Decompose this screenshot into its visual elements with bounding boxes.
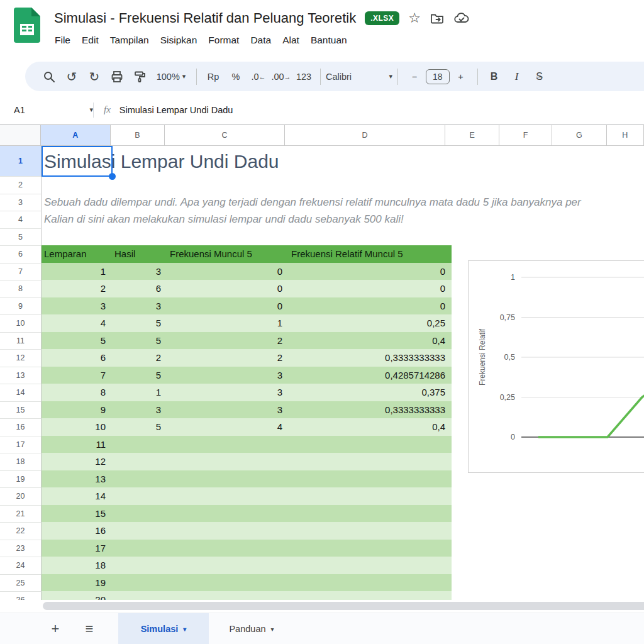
row-header-12[interactable]: 12 (0, 350, 41, 367)
table-cell[interactable]: 3 (167, 401, 289, 419)
table-cell[interactable] (167, 453, 289, 470)
table-cell[interactable] (167, 487, 289, 505)
row-header-3[interactable]: 3 (0, 194, 41, 212)
spreadsheet-grid[interactable]: LemparanHasilFrekuensi Muncul 5Frekuensi… (0, 146, 644, 600)
italic-button[interactable]: I (506, 65, 528, 88)
row-header-14[interactable]: 14 (0, 384, 41, 402)
table-header-row[interactable]: LemparanHasilFrekuensi Muncul 5Frekuensi… (42, 245, 452, 263)
menu-data[interactable]: Data (245, 31, 277, 49)
column-header-c[interactable]: C (165, 125, 284, 145)
table-cell[interactable]: 0 (289, 297, 452, 315)
table-cell[interactable]: 4 (167, 418, 289, 436)
table-cell[interactable]: 0,375 (289, 384, 452, 401)
table-cell[interactable] (167, 591, 289, 600)
table-row[interactable]: 14 (42, 487, 452, 505)
table-cell[interactable]: 5 (112, 367, 167, 384)
table-row[interactable]: 3300 (42, 297, 452, 315)
relative-frequency-chart[interactable]: 10,750,50,250Frekuensi Relatif (468, 260, 644, 473)
formula-input[interactable]: Simulasi Lempar Undi Dadu (119, 105, 233, 115)
row-header-11[interactable]: 11 (0, 333, 41, 350)
row-header-17[interactable]: 17 (0, 436, 41, 454)
table-cell[interactable]: 3 (112, 297, 167, 315)
table-row[interactable]: 1300 (42, 263, 452, 280)
add-sheet-button[interactable]: + (42, 613, 69, 644)
table-cell[interactable]: 7 (42, 367, 112, 384)
row-header-6[interactable]: 6 (0, 246, 41, 264)
table-cell[interactable]: 5 (112, 418, 167, 436)
row-header-13[interactable]: 13 (0, 367, 41, 385)
table-cell[interactable] (289, 522, 452, 540)
table-row[interactable]: 18 (42, 557, 452, 574)
table-cell[interactable] (112, 540, 167, 557)
table-cell[interactable]: 0,4 (289, 332, 452, 350)
table-cell[interactable]: 0,25 (289, 314, 452, 332)
table-cell[interactable] (289, 487, 452, 505)
table-row[interactable]: 2600 (42, 280, 452, 297)
table-cell[interactable] (112, 436, 167, 453)
menu-sisipkan[interactable]: Sisipkan (155, 31, 203, 49)
table-row[interactable]: 19 (42, 574, 452, 592)
row-header-1[interactable]: 1 (0, 146, 41, 177)
table-cell[interactable]: 0 (289, 263, 452, 280)
table-cell[interactable] (112, 522, 167, 540)
increase-font-size-button[interactable]: + (450, 65, 472, 88)
format-percent-button[interactable]: % (225, 65, 247, 88)
move-folder-icon[interactable] (430, 11, 445, 26)
menu-bantuan[interactable]: Bantuan (305, 31, 353, 49)
horizontal-scrollbar[interactable] (0, 600, 644, 613)
row-header-2[interactable]: 2 (0, 177, 41, 194)
table-header-cell[interactable]: Frekuensi Muncul 5 (167, 245, 289, 263)
row-header-19[interactable]: 19 (0, 471, 41, 489)
zoom-select[interactable]: 100%▾ (151, 65, 191, 88)
sheets-logo-icon[interactable] (14, 8, 40, 45)
scrollbar-thumb[interactable] (43, 602, 644, 610)
table-cell[interactable]: 20 (42, 591, 112, 600)
table-cell[interactable]: 3 (112, 401, 167, 419)
table-cell[interactable]: 0,4285714286 (289, 367, 452, 384)
table-cell[interactable] (289, 505, 452, 523)
table-cell[interactable] (112, 574, 167, 592)
description-line-1[interactable]: Sebuah dadu dilempar undi. Apa yang terj… (44, 194, 581, 211)
table-cell[interactable]: 0,4 (289, 418, 452, 436)
row-header-8[interactable]: 8 (0, 280, 41, 298)
table-cell[interactable]: 3 (167, 384, 289, 401)
table-cell[interactable]: 9 (42, 401, 112, 419)
select-all-corner[interactable] (0, 125, 41, 145)
table-row[interactable]: 8130,375 (42, 384, 452, 401)
table-cell[interactable]: 5 (42, 332, 112, 350)
table-row[interactable]: 12 (42, 453, 452, 470)
star-icon[interactable]: ☆ (408, 11, 421, 25)
table-cell[interactable]: 1 (42, 263, 112, 280)
table-cell[interactable]: 16 (42, 522, 112, 540)
table-cell[interactable]: 10 (42, 418, 112, 436)
column-header-f[interactable]: F (499, 125, 552, 145)
table-cell[interactable] (289, 470, 452, 488)
table-cell[interactable]: 3 (112, 263, 167, 280)
table-cell[interactable]: 4 (42, 314, 112, 332)
row-header-21[interactable]: 21 (0, 506, 41, 523)
table-row[interactable]: 9330,3333333333 (42, 401, 452, 419)
table-cell[interactable]: 2 (42, 280, 112, 297)
column-header-a[interactable]: A (41, 125, 110, 145)
table-cell[interactable] (167, 574, 289, 592)
decrease-font-size-button[interactable]: − (403, 65, 426, 88)
table-cell[interactable]: 0 (289, 280, 452, 297)
font-select[interactable]: Calibri▾ (326, 65, 392, 88)
undo-icon[interactable]: ↺ (60, 65, 83, 88)
table-cell[interactable] (289, 591, 452, 600)
table-cell[interactable]: 17 (42, 540, 112, 557)
row-header-25[interactable]: 25 (0, 575, 41, 592)
more-formats-button[interactable]: 123 (292, 65, 315, 88)
table-cell[interactable]: 2 (167, 332, 289, 350)
table-cell[interactable] (289, 453, 452, 470)
bold-button[interactable]: B (483, 65, 506, 88)
table-row[interactable]: 11 (42, 436, 452, 453)
table-cell[interactable]: 11 (42, 436, 112, 453)
table-row[interactable]: 10540,4 (42, 418, 452, 436)
table-cell[interactable] (289, 436, 452, 453)
table-cell[interactable]: 12 (42, 453, 112, 470)
table-cell[interactable]: 6 (42, 349, 112, 367)
row-header-16[interactable]: 16 (0, 419, 41, 436)
table-cell[interactable]: 0,3333333333 (289, 401, 452, 419)
table-cell[interactable]: 14 (42, 487, 112, 505)
